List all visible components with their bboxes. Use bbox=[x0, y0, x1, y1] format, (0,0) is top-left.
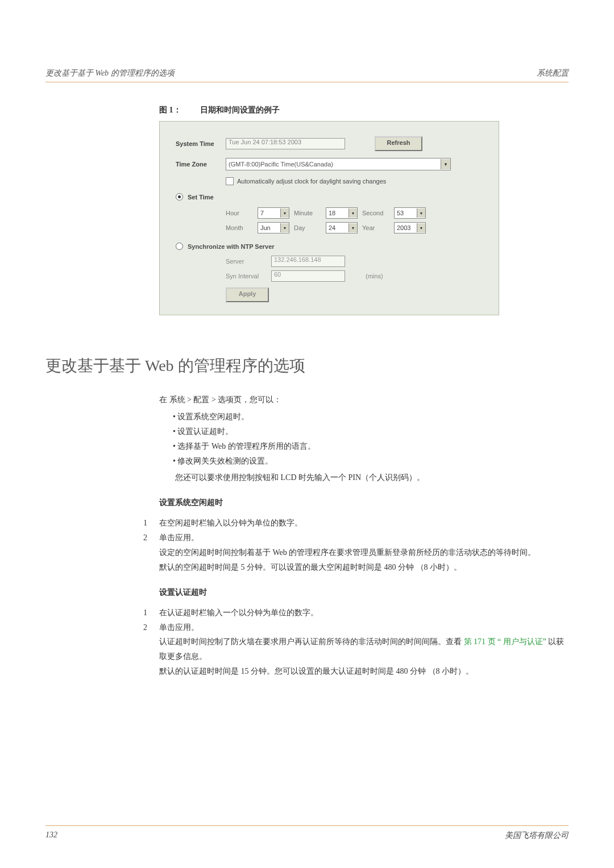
system-time-input[interactable]: Tue Jun 24 07:18:53 2003 bbox=[226, 138, 345, 149]
ntp-label: Synchronize with NTP Server bbox=[188, 243, 275, 250]
paragraph: 默认的认证超时时间是 15 分钟。您可以设置的最大认证超时时间是 480 分钟 … bbox=[159, 664, 569, 679]
figure-number: 图 1： bbox=[159, 106, 181, 114]
system-time-label: System Time bbox=[176, 140, 226, 147]
hour-select[interactable]: 7▼ bbox=[258, 207, 289, 219]
list-item: 设置认证超时。 bbox=[173, 424, 569, 439]
chevron-down-icon: ▼ bbox=[280, 208, 289, 218]
figure-caption: 图 1： 日期和时间设置的例子 bbox=[159, 105, 569, 115]
apply-button[interactable]: Apply bbox=[226, 287, 269, 302]
subheading-auth: 设置认证超时 bbox=[159, 585, 569, 600]
ntp-interval-input[interactable]: 60 bbox=[271, 270, 345, 282]
chevron-down-icon: ▼ bbox=[280, 223, 289, 232]
step-text: 单击应用。 bbox=[159, 620, 199, 635]
set-time-label: Set Time bbox=[188, 194, 229, 201]
paragraph: 设定的空闲超时时间控制着基于 Web 的管理程序在要求管理员重新登录前所经历的非… bbox=[159, 545, 569, 560]
dst-label: Automatically adjust clock for daylight … bbox=[237, 178, 386, 185]
step-text: 在认证超时栏输入一个以分钟为单位的数字。 bbox=[159, 606, 318, 620]
chevron-down-icon: ▼ bbox=[417, 223, 425, 232]
month-select[interactable]: Jun▼ bbox=[258, 222, 289, 233]
refresh-button[interactable]: Refresh bbox=[375, 136, 422, 151]
day-select[interactable]: 24▼ bbox=[326, 222, 358, 233]
ntp-interval-unit: (mins) bbox=[366, 273, 383, 279]
minute-label: Minute bbox=[294, 210, 326, 216]
list-item: 修改网关失效检测的设置。 bbox=[173, 454, 569, 469]
step-number: 2 bbox=[143, 531, 159, 545]
datetime-panel: System Time Tue Jun 24 07:18:53 2003 Ref… bbox=[159, 121, 499, 315]
header-left: 更改基于基于 Web 的管理程序的选项 bbox=[45, 68, 175, 78]
step-text: 单击应用。 bbox=[159, 531, 199, 545]
paragraph: 默认的空闲超时时间是 5 分钟。可以设置的最大空闲超时时间是 480 分钟 （8… bbox=[159, 560, 569, 575]
ntp-server-input[interactable]: 132.246.168.148 bbox=[271, 256, 345, 267]
step-number: 1 bbox=[143, 516, 159, 531]
list-item: 选择基于 Web 的管理程序所用的语言。 bbox=[173, 439, 569, 454]
pin-note: 您还可以要求使用控制按钮和 LCD 时先输入一个 PIN（个人识别码）。 bbox=[175, 470, 569, 485]
minute-select[interactable]: 18▼ bbox=[326, 207, 358, 219]
step-number: 2 bbox=[143, 620, 159, 635]
ntp-server-label: Server bbox=[226, 258, 271, 265]
footer-company: 美国飞塔有限公司 bbox=[505, 831, 569, 841]
step-text: 在空闲超时栏输入以分钟为单位的数字。 bbox=[159, 516, 302, 531]
step-number: 1 bbox=[143, 606, 159, 620]
figure-title: 日期和时间设置的例子 bbox=[200, 106, 280, 114]
paragraph: 认证超时时间控制了防火墙在要求用户再认证前所等待的非活动时间的时间间隔。查看 第… bbox=[159, 635, 569, 664]
day-label: Day bbox=[294, 224, 326, 231]
dst-checkbox[interactable] bbox=[226, 177, 234, 185]
month-label: Month bbox=[226, 224, 258, 231]
cross-ref-link[interactable]: 第 171 页 “ 用户与认证” bbox=[464, 637, 546, 646]
timezone-select[interactable]: (GMT-8:00)Pacific Time(US&Canada) ▼ bbox=[226, 158, 451, 170]
second-label: Second bbox=[362, 210, 394, 216]
chevron-down-icon: ▼ bbox=[441, 159, 450, 169]
second-select[interactable]: 53▼ bbox=[394, 207, 426, 219]
set-time-radio[interactable] bbox=[176, 193, 183, 201]
ntp-interval-label: Syn Interval bbox=[226, 273, 271, 279]
hour-label: Hour bbox=[226, 210, 258, 216]
intro-text: 在 系统 > 配置 > 选项页，您可以： bbox=[159, 393, 569, 407]
year-select[interactable]: 2003▼ bbox=[394, 222, 426, 233]
subheading-idle: 设置系统空闲超时 bbox=[159, 495, 569, 510]
bullet-list: 设置系统空闲超时。 设置认证超时。 选择基于 Web 的管理程序所用的语言。 修… bbox=[150, 410, 569, 469]
chevron-down-icon: ▼ bbox=[349, 223, 357, 232]
chevron-down-icon: ▼ bbox=[417, 208, 425, 218]
ntp-radio[interactable] bbox=[176, 243, 183, 250]
timezone-label: Time Zone bbox=[176, 161, 226, 168]
year-label: Year bbox=[362, 224, 394, 231]
list-item: 设置系统空闲超时。 bbox=[173, 410, 569, 424]
header-right: 系统配置 bbox=[537, 68, 569, 78]
section-title: 更改基于基于 Web 的管理程序的选项 bbox=[45, 355, 569, 377]
page-number: 132 bbox=[45, 831, 57, 841]
timezone-value: (GMT-8:00)Pacific Time(US&Canada) bbox=[229, 161, 333, 168]
chevron-down-icon: ▼ bbox=[349, 208, 357, 218]
